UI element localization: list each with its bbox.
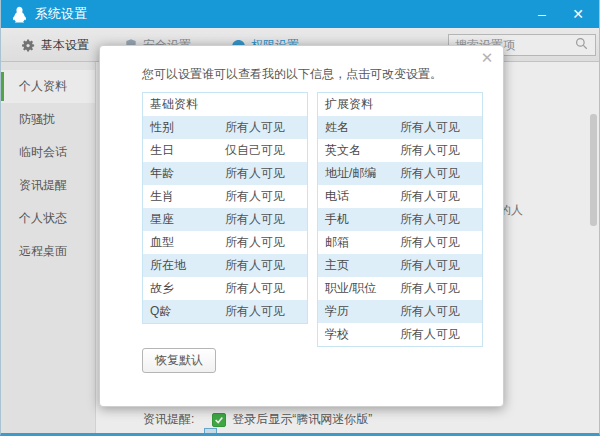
field-label: 生肖 bbox=[143, 185, 225, 208]
field-label: 生日 bbox=[143, 139, 225, 162]
field-label: 邮箱 bbox=[318, 231, 400, 254]
field-label: 姓名 bbox=[318, 116, 400, 139]
field-label: 所在地 bbox=[143, 254, 225, 277]
field-label: 星座 bbox=[143, 208, 225, 231]
field-label: 职业/职位 bbox=[318, 277, 400, 300]
visibility-value[interactable]: 所有人可见 bbox=[225, 254, 307, 277]
privacy-settings-dialog: ✕ 您可以设置谁可以查看我的以下信息，点击可改变设置。 基础资料 性别所有人可见… bbox=[99, 45, 504, 407]
close-dialog-icon[interactable]: ✕ bbox=[478, 49, 496, 67]
privacy-field-row[interactable]: 邮箱所有人可见 bbox=[318, 231, 482, 254]
field-label: 年龄 bbox=[143, 162, 225, 185]
privacy-field-row[interactable]: 学校所有人可见 bbox=[318, 323, 482, 346]
visibility-value[interactable]: 所有人可见 bbox=[225, 231, 307, 254]
field-label: 英文名 bbox=[318, 139, 400, 162]
titlebar: 系统设置 – ✕ bbox=[1, 0, 599, 28]
field-label: 地址/邮编 bbox=[318, 162, 400, 185]
field-label: 学历 bbox=[318, 300, 400, 323]
extended-table-title: 扩展资料 bbox=[318, 93, 482, 116]
field-label: 学校 bbox=[318, 323, 400, 346]
field-label: 手机 bbox=[318, 208, 400, 231]
visibility-value[interactable]: 所有人可见 bbox=[225, 277, 307, 300]
privacy-field-row[interactable]: 主页所有人可见 bbox=[318, 254, 482, 277]
visibility-value[interactable]: 所有人可见 bbox=[400, 208, 482, 231]
privacy-field-row[interactable]: 姓名所有人可见 bbox=[318, 116, 482, 139]
window-title: 系统设置 bbox=[35, 5, 87, 23]
privacy-field-row[interactable]: 血型所有人可见 bbox=[143, 231, 307, 254]
privacy-field-row[interactable]: 生肖所有人可见 bbox=[143, 185, 307, 208]
visibility-value[interactable]: 所有人可见 bbox=[225, 162, 307, 185]
visibility-value[interactable]: 所有人可见 bbox=[400, 300, 482, 323]
visibility-value[interactable]: 所有人可见 bbox=[225, 116, 307, 139]
field-label: Q龄 bbox=[143, 300, 225, 323]
system-settings-window: 系统设置 – ✕ 基本设置 安全设置 权限设置 搜索设置项 bbox=[0, 0, 600, 436]
minimize-button[interactable]: – bbox=[531, 3, 553, 25]
basic-profile-table: 基础资料 性别所有人可见生日仅自己可见年龄所有人可见生肖所有人可见星座所有人可见… bbox=[142, 92, 308, 324]
privacy-field-row[interactable]: 手机所有人可见 bbox=[318, 208, 482, 231]
basic-table-rows: 性别所有人可见生日仅自己可见年龄所有人可见生肖所有人可见星座所有人可见血型所有人… bbox=[143, 116, 307, 323]
field-label: 性别 bbox=[143, 116, 225, 139]
extended-profile-table: 扩展资料 姓名所有人可见英文名所有人可见地址/邮编所有人可见电话所有人可见手机所… bbox=[317, 92, 483, 347]
visibility-value[interactable]: 仅自己可见 bbox=[225, 139, 307, 162]
privacy-field-row[interactable]: 性别所有人可见 bbox=[143, 116, 307, 139]
visibility-value[interactable]: 所有人可见 bbox=[400, 162, 482, 185]
privacy-field-row[interactable]: 星座所有人可见 bbox=[143, 208, 307, 231]
visibility-value[interactable]: 所有人可见 bbox=[225, 300, 307, 323]
visibility-value[interactable]: 所有人可见 bbox=[400, 116, 482, 139]
visibility-value[interactable]: 所有人可见 bbox=[400, 254, 482, 277]
visibility-value[interactable]: 所有人可见 bbox=[400, 185, 482, 208]
privacy-field-row[interactable]: 职业/职位所有人可见 bbox=[318, 277, 482, 300]
privacy-field-row[interactable]: 地址/邮编所有人可见 bbox=[318, 162, 482, 185]
field-label: 电话 bbox=[318, 185, 400, 208]
privacy-field-row[interactable]: 英文名所有人可见 bbox=[318, 139, 482, 162]
privacy-field-row[interactable]: 电话所有人可见 bbox=[318, 185, 482, 208]
close-window-button[interactable]: ✕ bbox=[567, 3, 589, 25]
visibility-value[interactable]: 所有人可见 bbox=[400, 323, 482, 346]
privacy-field-row[interactable]: 生日仅自己可见 bbox=[143, 139, 307, 162]
basic-table-title: 基础资料 bbox=[143, 93, 307, 116]
dialog-description: 您可以设置谁可以查看我的以下信息，点击可改变设置。 bbox=[142, 66, 442, 83]
field-label: 故乡 bbox=[143, 277, 225, 300]
privacy-field-row[interactable]: Q龄所有人可见 bbox=[143, 300, 307, 323]
privacy-field-row[interactable]: 故乡所有人可见 bbox=[143, 277, 307, 300]
visibility-value[interactable]: 所有人可见 bbox=[400, 231, 482, 254]
visibility-value[interactable]: 所有人可见 bbox=[400, 139, 482, 162]
restore-default-button[interactable]: 恢复默认 bbox=[142, 348, 216, 373]
qq-penguin-icon bbox=[11, 6, 28, 23]
privacy-field-row[interactable]: 所在地所有人可见 bbox=[143, 254, 307, 277]
visibility-value[interactable]: 所有人可见 bbox=[225, 208, 307, 231]
extended-table-rows: 姓名所有人可见英文名所有人可见地址/邮编所有人可见电话所有人可见手机所有人可见邮… bbox=[318, 116, 482, 346]
field-label: 血型 bbox=[143, 231, 225, 254]
privacy-field-row[interactable]: 学历所有人可见 bbox=[318, 300, 482, 323]
visibility-value[interactable]: 所有人可见 bbox=[400, 277, 482, 300]
field-label: 主页 bbox=[318, 254, 400, 277]
visibility-value[interactable]: 所有人可见 bbox=[225, 185, 307, 208]
privacy-field-row[interactable]: 年龄所有人可见 bbox=[143, 162, 307, 185]
